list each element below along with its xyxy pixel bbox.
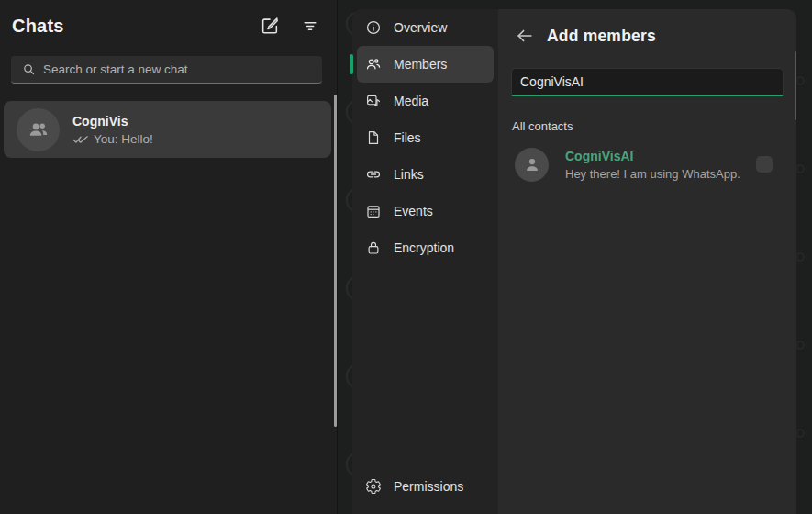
members-icon	[365, 56, 382, 73]
contact-avatar	[515, 148, 549, 182]
search-input[interactable]	[43, 62, 315, 76]
add-members-scrollbar[interactable]	[795, 51, 796, 120]
contact-status: Hey there! I am using WhatsApp.	[565, 167, 740, 181]
double-check-icon	[72, 134, 89, 145]
back-button[interactable]	[513, 24, 537, 48]
menu-label: Events	[394, 204, 433, 218]
group-avatar	[17, 108, 60, 151]
chat-preview: You: Hello!	[72, 132, 153, 147]
back-arrow-icon	[515, 26, 535, 46]
calendar-icon	[365, 203, 382, 219]
media-icon	[365, 93, 382, 109]
new-chat-button[interactable]	[258, 14, 282, 38]
menu-item-links[interactable]: Links	[357, 156, 494, 193]
chats-title: Chats	[12, 16, 258, 37]
menu-footer: Permissions	[352, 468, 498, 505]
selected-indicator	[350, 54, 353, 74]
member-search-input[interactable]	[511, 68, 784, 96]
menu-label: Permissions	[394, 479, 463, 494]
add-members-panel: Add members All contacts CogniVisAI Hey …	[498, 9, 796, 514]
info-icon	[365, 19, 382, 36]
menu-label: Members	[394, 57, 447, 72]
person-icon	[522, 154, 542, 174]
page-title: Add members	[547, 27, 656, 46]
group-info-menu: Overview Members	[352, 9, 498, 514]
menu-label: Links	[394, 167, 424, 182]
menu-label: Media	[394, 94, 428, 108]
chat-name: CogniVis	[72, 113, 153, 129]
menu-item-events[interactable]: Events	[357, 193, 494, 229]
contact-list-item[interactable]: CogniVisAI Hey there! I am using WhatsAp…	[515, 144, 784, 184]
link-icon	[365, 166, 382, 183]
menu-item-overview[interactable]: Overview	[357, 9, 494, 46]
contact-name: CogniVisAI	[565, 149, 740, 164]
contact-texts: CogniVisAI Hey there! I am using WhatsAp…	[565, 149, 740, 181]
contact-checkbox[interactable]	[756, 156, 773, 173]
file-icon	[365, 129, 382, 146]
chats-panel: Chats	[0, 0, 338, 514]
chat-item-texts: CogniVis You: Hello!	[72, 113, 153, 147]
chats-scrollbar[interactable]	[334, 95, 337, 427]
filter-icon	[301, 17, 319, 35]
gear-icon	[365, 478, 382, 495]
menu-label: Encryption	[394, 240, 454, 255]
chat-preview-text: You: Hello!	[94, 132, 153, 147]
chat-search-bar	[11, 56, 322, 84]
whatsapp-window: Chats	[0, 0, 812, 514]
compose-icon	[260, 16, 280, 36]
all-contacts-label: All contacts	[512, 119, 796, 133]
chat-list-item[interactable]: CogniVis You: Hello!	[4, 101, 331, 158]
menu-item-files[interactable]: Files	[357, 119, 494, 156]
menu-item-media[interactable]: Media	[357, 83, 494, 119]
menu-label: Overview	[394, 20, 447, 35]
lock-icon	[365, 240, 382, 256]
add-members-header: Add members	[498, 9, 796, 48]
search-icon	[22, 62, 36, 76]
group-icon	[27, 117, 50, 141]
menu-item-encryption[interactable]: Encryption	[357, 229, 494, 266]
filter-chats-button[interactable]	[298, 14, 322, 38]
chats-header: Chats	[0, 0, 337, 45]
menu-label: Files	[394, 130, 421, 145]
menu-item-members[interactable]: Members	[357, 46, 494, 83]
menu-item-permissions[interactable]: Permissions	[357, 468, 494, 505]
